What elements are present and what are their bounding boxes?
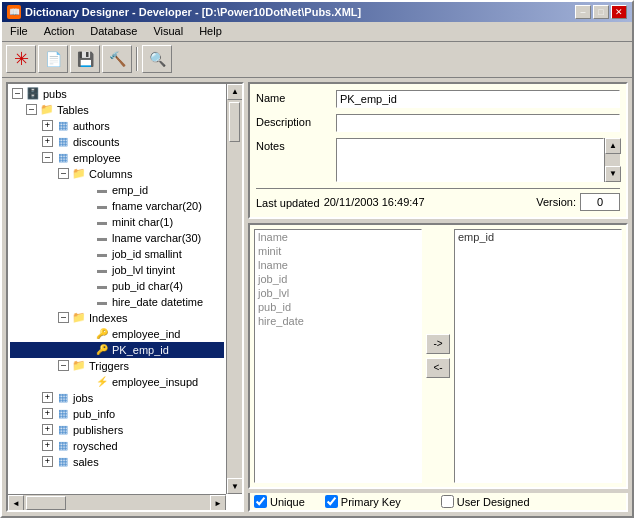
checkboxes-row: Unique Primary Key User Designed (248, 493, 628, 512)
tree-item-lname[interactable]: ▬ lname varchar(30) (10, 230, 224, 246)
tree-scrollbar-x[interactable]: ◄ ► (8, 494, 226, 510)
folder-icon-3: 📁 (71, 311, 87, 325)
menu-action[interactable]: Action (40, 24, 79, 38)
remove-column-button[interactable]: <- (426, 358, 450, 378)
avail-col-minit[interactable]: minit (255, 244, 421, 258)
sel-col-emp_id[interactable]: emp_id (455, 230, 621, 244)
expand-columns[interactable]: – (58, 168, 69, 179)
tree-item-columns[interactable]: – 📁 Columns (10, 166, 224, 182)
tree-item-pubs[interactable]: – 🗄️ pubs (10, 86, 224, 102)
user-designed-checkbox[interactable] (441, 495, 454, 508)
tree-label-triggers: Triggers (89, 360, 129, 372)
tree-item-job_id[interactable]: ▬ job_id smallint (10, 246, 224, 262)
search-button[interactable]: 🔍 (142, 45, 172, 73)
primary-key-checkbox[interactable] (325, 495, 338, 508)
avail-col-job_lvl[interactable]: job_lvl (255, 286, 421, 300)
save-button[interactable]: 💾 (70, 45, 100, 73)
menu-help[interactable]: Help (195, 24, 226, 38)
tree-item-publishers[interactable]: + ▦ publishers (10, 422, 224, 438)
tree-scrollbar-y[interactable]: ▲ ▼ (226, 84, 242, 494)
tree-item-hire_date[interactable]: ▬ hire_date datetime (10, 294, 224, 310)
tree-item-indexes[interactable]: – 📁 Indexes (10, 310, 224, 326)
tree-item-employee_insupd[interactable]: ⚡ employee_insupd (10, 374, 224, 390)
maximize-button[interactable]: □ (593, 5, 609, 19)
tree-item-fname[interactable]: ▬ fname varchar(20) (10, 198, 224, 214)
expand-sales[interactable]: + (42, 456, 53, 467)
form-area: Name Description Notes ▲ (248, 82, 628, 219)
tree-item-pub_info[interactable]: + ▦ pub_info (10, 406, 224, 422)
menu-database[interactable]: Database (86, 24, 141, 38)
expand-employee[interactable]: – (42, 152, 53, 163)
expand-jobs[interactable]: + (42, 392, 53, 403)
tree-label-sales: sales (73, 456, 99, 468)
tree-item-triggers[interactable]: – 📁 Triggers (10, 358, 224, 374)
notes-scrollbar[interactable]: ▲ ▼ (604, 138, 620, 182)
build-button[interactable]: 🔨 (102, 45, 132, 73)
tree-item-employee_ind[interactable]: 🔑 employee_ind (10, 326, 224, 342)
tree-item-discounts[interactable]: + ▦ discounts (10, 134, 224, 150)
expand-tables[interactable]: – (26, 104, 37, 115)
tree-item-pub_id[interactable]: ▬ pub_id char(4) (10, 278, 224, 294)
table-icon-8: ▦ (55, 455, 71, 469)
scroll-down-button[interactable]: ▼ (227, 478, 243, 494)
name-input[interactable] (336, 90, 620, 108)
tree-item-authors[interactable]: + ▦ authors (10, 118, 224, 134)
expand-roysched[interactable]: + (42, 440, 53, 451)
add-column-button[interactable]: -> (426, 334, 450, 354)
expand-publishers[interactable]: + (42, 424, 53, 435)
notes-scroll-up[interactable]: ▲ (605, 138, 621, 154)
column-icon-8: ▬ (94, 295, 110, 309)
tree-item-job_lvl[interactable]: ▬ job_lvl tinyint (10, 262, 224, 278)
tree-content: – 🗄️ pubs – 📁 Tables + ▦ authors (8, 84, 242, 488)
scroll-left-button[interactable]: ◄ (8, 495, 24, 511)
table-icon-4: ▦ (55, 391, 71, 405)
toolbar: ✳ 📄 💾 🔨 🔍 (2, 42, 632, 78)
avail-col-lname2[interactable]: lname (255, 258, 421, 272)
table-icon: ▦ (55, 119, 71, 133)
avail-col-pub_id[interactable]: pub_id (255, 300, 421, 314)
tree-item-minit[interactable]: ▬ minit char(1) (10, 214, 224, 230)
selected-columns-list[interactable]: emp_id (454, 229, 622, 483)
tree-item-tables[interactable]: – 📁 Tables (10, 102, 224, 118)
minimize-button[interactable]: – (575, 5, 591, 19)
tree-label-columns: Columns (89, 168, 132, 180)
expand-triggers[interactable]: – (58, 360, 69, 371)
version-input[interactable] (580, 193, 620, 211)
expand-pubs[interactable]: – (12, 88, 23, 99)
expand-discounts[interactable]: + (42, 136, 53, 147)
menu-visual[interactable]: Visual (149, 24, 187, 38)
avail-col-hire_date[interactable]: hire_date (255, 314, 421, 328)
tree-item-emp_id[interactable]: ▬ emp_id (10, 182, 224, 198)
notes-label: Notes (256, 138, 336, 152)
expand-authors[interactable]: + (42, 120, 53, 131)
unique-checkbox[interactable] (254, 495, 267, 508)
close-button[interactable]: ✕ (611, 5, 627, 19)
avail-col-lname[interactable]: lname (255, 230, 421, 244)
expand-pub_info[interactable]: + (42, 408, 53, 419)
column-icon-6: ▬ (94, 263, 110, 277)
description-input[interactable] (336, 114, 620, 132)
scroll-right-button[interactable]: ► (210, 495, 226, 511)
column-icon-5: ▬ (94, 247, 110, 261)
scroll-up-button[interactable]: ▲ (227, 84, 243, 100)
notes-scroll-down[interactable]: ▼ (605, 166, 621, 182)
scroll-thumb-x[interactable] (26, 496, 66, 510)
tree-item-roysched[interactable]: + ▦ roysched (10, 438, 224, 454)
notes-input[interactable] (336, 138, 604, 182)
tree-label-employee: employee (73, 152, 121, 164)
avail-col-job_id[interactable]: job_id (255, 272, 421, 286)
scroll-thumb-y[interactable] (229, 102, 240, 142)
last-updated-row: Last updated 20/11/2003 16:49:47 Version… (256, 193, 620, 211)
menu-file[interactable]: File (6, 24, 32, 38)
available-columns-list[interactable]: lname minit lname job_id job_lvl pub_id … (254, 229, 422, 483)
new-button[interactable]: ✳ (6, 45, 36, 73)
expand-indexes[interactable]: – (58, 312, 69, 323)
tree-item-employee[interactable]: – ▦ employee (10, 150, 224, 166)
tree-item-sales[interactable]: + ▦ sales (10, 454, 224, 470)
tree-item-jobs[interactable]: + ▦ jobs (10, 390, 224, 406)
description-row: Description (256, 114, 620, 134)
open-button[interactable]: 📄 (38, 45, 68, 73)
tree-label-authors: authors (73, 120, 110, 132)
tree-item-PK_emp_id[interactable]: 🔑 PK_emp_id (10, 342, 224, 358)
window-title: Dictionary Designer - Developer - [D:\Po… (25, 6, 361, 18)
